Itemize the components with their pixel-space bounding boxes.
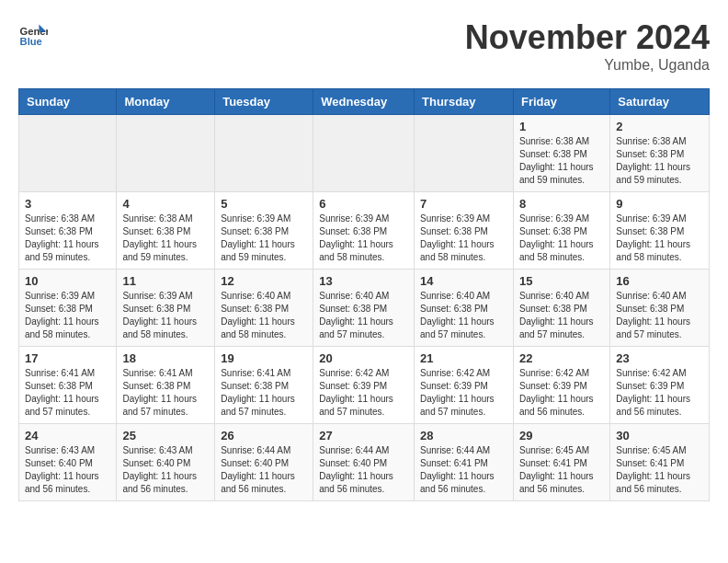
calendar-cell: 18Sunrise: 6:41 AM Sunset: 6:38 PM Dayli…	[117, 347, 215, 424]
calendar-cell: 15Sunrise: 6:40 AM Sunset: 6:38 PM Dayli…	[513, 270, 609, 347]
calendar-cell: 9Sunrise: 6:39 AM Sunset: 6:38 PM Daylig…	[610, 192, 710, 270]
day-info: Sunrise: 6:40 AM Sunset: 6:38 PM Dayligh…	[221, 290, 307, 341]
day-info: Sunrise: 6:38 AM Sunset: 6:38 PM Dayligh…	[616, 135, 703, 187]
calendar-cell: 7Sunrise: 6:39 AM Sunset: 6:38 PM Daylig…	[415, 192, 514, 270]
day-info: Sunrise: 6:39 AM Sunset: 6:38 PM Dayligh…	[519, 213, 604, 264]
day-number: 3	[25, 197, 110, 211]
day-number: 9	[616, 197, 703, 211]
calendar-cell: 26Sunrise: 6:44 AM Sunset: 6:40 PM Dayli…	[215, 424, 313, 501]
calendar-cell: 28Sunrise: 6:44 AM Sunset: 6:41 PM Dayli…	[415, 424, 514, 501]
calendar-cell: 17Sunrise: 6:41 AM Sunset: 6:38 PM Dayli…	[19, 347, 117, 424]
calendar-cell: 12Sunrise: 6:40 AM Sunset: 6:38 PM Dayli…	[215, 270, 313, 347]
calendar-week-row: 1Sunrise: 6:38 AM Sunset: 6:38 PM Daylig…	[19, 115, 710, 192]
day-number: 8	[519, 197, 604, 211]
calendar-week-row: 24Sunrise: 6:43 AM Sunset: 6:40 PM Dayli…	[19, 424, 710, 501]
day-info: Sunrise: 6:44 AM Sunset: 6:40 PM Dayligh…	[221, 444, 307, 496]
day-number: 12	[221, 274, 307, 288]
calendar-cell: 10Sunrise: 6:39 AM Sunset: 6:38 PM Dayli…	[19, 270, 117, 347]
day-number: 27	[319, 429, 408, 442]
calendar-cell: 19Sunrise: 6:41 AM Sunset: 6:38 PM Dayli…	[215, 347, 313, 424]
calendar-cell: 4Sunrise: 6:38 AM Sunset: 6:38 PM Daylig…	[117, 192, 215, 270]
calendar-cell: 22Sunrise: 6:42 AM Sunset: 6:39 PM Dayli…	[513, 347, 609, 424]
calendar-week-row: 10Sunrise: 6:39 AM Sunset: 6:38 PM Dayli…	[19, 270, 710, 347]
day-info: Sunrise: 6:44 AM Sunset: 6:40 PM Dayligh…	[319, 444, 408, 496]
title-section: November 2024 Yumbe, Uganda	[465, 18, 710, 74]
logo-icon: General Blue	[18, 18, 48, 48]
calendar-cell	[215, 115, 313, 192]
weekday-header: Wednesday	[313, 89, 415, 115]
calendar-cell: 30Sunrise: 6:45 AM Sunset: 6:41 PM Dayli…	[610, 424, 710, 501]
day-info: Sunrise: 6:39 AM Sunset: 6:38 PM Dayligh…	[319, 213, 408, 264]
day-info: Sunrise: 6:43 AM Sunset: 6:40 PM Dayligh…	[25, 444, 110, 496]
day-info: Sunrise: 6:42 AM Sunset: 6:39 PM Dayligh…	[616, 367, 703, 419]
calendar-cell: 27Sunrise: 6:44 AM Sunset: 6:40 PM Dayli…	[313, 424, 415, 501]
calendar-cell: 2Sunrise: 6:38 AM Sunset: 6:38 PM Daylig…	[610, 115, 710, 192]
calendar-cell	[19, 115, 117, 192]
day-info: Sunrise: 6:40 AM Sunset: 6:38 PM Dayligh…	[420, 290, 507, 341]
calendar-table: SundayMondayTuesdayWednesdayThursdayFrid…	[18, 88, 710, 501]
calendar-cell: 29Sunrise: 6:45 AM Sunset: 6:41 PM Dayli…	[513, 424, 609, 501]
day-number: 17	[25, 351, 110, 365]
calendar-cell	[313, 115, 415, 192]
svg-text:Blue: Blue	[20, 36, 42, 47]
day-number: 7	[420, 197, 507, 211]
day-number: 2	[616, 120, 703, 133]
day-info: Sunrise: 6:39 AM Sunset: 6:38 PM Dayligh…	[25, 290, 110, 341]
day-info: Sunrise: 6:42 AM Sunset: 6:39 PM Dayligh…	[519, 367, 604, 419]
day-info: Sunrise: 6:40 AM Sunset: 6:38 PM Dayligh…	[519, 290, 604, 341]
day-info: Sunrise: 6:39 AM Sunset: 6:38 PM Dayligh…	[122, 290, 209, 341]
calendar-week-row: 17Sunrise: 6:41 AM Sunset: 6:38 PM Dayli…	[19, 347, 710, 424]
calendar-cell: 16Sunrise: 6:40 AM Sunset: 6:38 PM Dayli…	[610, 270, 710, 347]
day-info: Sunrise: 6:42 AM Sunset: 6:39 PM Dayligh…	[319, 367, 408, 419]
calendar-cell: 14Sunrise: 6:40 AM Sunset: 6:38 PM Dayli…	[415, 270, 514, 347]
day-number: 22	[519, 351, 604, 365]
day-number: 1	[519, 120, 604, 133]
calendar-cell: 24Sunrise: 6:43 AM Sunset: 6:40 PM Dayli…	[19, 424, 117, 501]
day-info: Sunrise: 6:41 AM Sunset: 6:38 PM Dayligh…	[221, 367, 307, 419]
day-number: 21	[420, 351, 507, 365]
day-number: 25	[122, 429, 209, 442]
month-title: November 2024	[465, 18, 710, 57]
day-info: Sunrise: 6:41 AM Sunset: 6:38 PM Dayligh…	[25, 367, 110, 419]
calendar-cell: 5Sunrise: 6:39 AM Sunset: 6:38 PM Daylig…	[215, 192, 313, 270]
calendar-cell: 3Sunrise: 6:38 AM Sunset: 6:38 PM Daylig…	[19, 192, 117, 270]
calendar-cell	[117, 115, 215, 192]
day-number: 23	[616, 351, 703, 365]
day-number: 26	[221, 429, 307, 442]
day-info: Sunrise: 6:40 AM Sunset: 6:38 PM Dayligh…	[319, 290, 408, 341]
day-number: 14	[420, 274, 507, 288]
calendar-cell	[415, 115, 514, 192]
day-info: Sunrise: 6:39 AM Sunset: 6:38 PM Dayligh…	[420, 213, 507, 264]
day-number: 16	[616, 274, 703, 288]
day-info: Sunrise: 6:45 AM Sunset: 6:41 PM Dayligh…	[519, 444, 604, 496]
day-info: Sunrise: 6:43 AM Sunset: 6:40 PM Dayligh…	[122, 444, 209, 496]
calendar-cell: 23Sunrise: 6:42 AM Sunset: 6:39 PM Dayli…	[610, 347, 710, 424]
day-info: Sunrise: 6:38 AM Sunset: 6:38 PM Dayligh…	[25, 213, 110, 264]
day-info: Sunrise: 6:41 AM Sunset: 6:38 PM Dayligh…	[122, 367, 209, 419]
calendar-cell: 8Sunrise: 6:39 AM Sunset: 6:38 PM Daylig…	[513, 192, 609, 270]
day-number: 18	[122, 351, 209, 365]
day-number: 5	[221, 197, 307, 211]
calendar-week-row: 3Sunrise: 6:38 AM Sunset: 6:38 PM Daylig…	[19, 192, 710, 270]
day-number: 6	[319, 197, 408, 211]
day-info: Sunrise: 6:38 AM Sunset: 6:38 PM Dayligh…	[519, 135, 604, 187]
calendar-cell: 1Sunrise: 6:38 AM Sunset: 6:38 PM Daylig…	[513, 115, 609, 192]
weekday-header-row: SundayMondayTuesdayWednesdayThursdayFrid…	[19, 89, 710, 115]
day-info: Sunrise: 6:45 AM Sunset: 6:41 PM Dayligh…	[616, 444, 703, 496]
day-info: Sunrise: 6:39 AM Sunset: 6:38 PM Dayligh…	[221, 213, 307, 264]
day-number: 13	[319, 274, 408, 288]
day-number: 28	[420, 429, 507, 442]
weekday-header: Saturday	[610, 89, 710, 115]
calendar-cell: 13Sunrise: 6:40 AM Sunset: 6:38 PM Dayli…	[313, 270, 415, 347]
day-info: Sunrise: 6:44 AM Sunset: 6:41 PM Dayligh…	[420, 444, 507, 496]
day-info: Sunrise: 6:38 AM Sunset: 6:38 PM Dayligh…	[122, 213, 209, 264]
day-number: 20	[319, 351, 408, 365]
day-number: 10	[25, 274, 110, 288]
day-number: 11	[122, 274, 209, 288]
weekday-header: Tuesday	[215, 89, 313, 115]
day-number: 15	[519, 274, 604, 288]
location: Yumbe, Uganda	[465, 57, 710, 74]
day-info: Sunrise: 6:42 AM Sunset: 6:39 PM Dayligh…	[420, 367, 507, 419]
calendar-cell: 11Sunrise: 6:39 AM Sunset: 6:38 PM Dayli…	[117, 270, 215, 347]
calendar-cell: 6Sunrise: 6:39 AM Sunset: 6:38 PM Daylig…	[313, 192, 415, 270]
